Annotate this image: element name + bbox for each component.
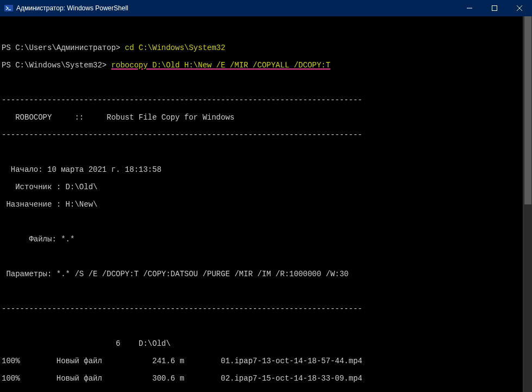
divider: ----------------------------------------… <box>2 130 530 139</box>
blank-line <box>2 78 530 87</box>
terminal-output[interactable]: PS C:\Users\Администратор> cd C:\Windows… <box>0 16 532 392</box>
prompt-line: PS C:\Windows\System32> robocopy D:\Old … <box>2 61 530 70</box>
titlebar[interactable]: Администратор: Windows PowerShell <box>0 0 532 16</box>
blank-line <box>2 148 530 157</box>
scrollbar[interactable] <box>523 16 532 392</box>
command-text: cd C:\Windows\System32 <box>125 43 226 52</box>
svg-rect-1 <box>492 6 497 11</box>
minimize-button[interactable] <box>457 0 482 16</box>
powershell-icon <box>4 4 13 13</box>
blank-line <box>2 252 530 261</box>
divider: ----------------------------------------… <box>2 304 530 313</box>
prompt-line: PS C:\Users\Администратор> cd C:\Windows… <box>2 43 530 52</box>
info-source: Источник : D:\Old\ <box>2 183 530 191</box>
info-files: Файлы: *.* <box>2 235 530 244</box>
robocopy-header: ROBOCOPY :: Robust File Copy for Windows <box>2 113 530 122</box>
divider: ----------------------------------------… <box>2 96 530 104</box>
dir-line: 6 D:\Old\ <box>2 339 530 348</box>
close-button[interactable] <box>507 0 532 16</box>
file-row: 100% Новый файл 300.6 m 02.ipap7-15-oct-… <box>2 374 530 383</box>
info-params: Параметры: *.* /S /E /DCOPY:T /COPY:DATS… <box>2 270 530 278</box>
powershell-window: Администратор: Windows PowerShell PS C:\… <box>0 0 532 392</box>
window-controls <box>457 0 532 16</box>
file-row: 100% Новый файл 241.6 m 01.ipap7-13-oct-… <box>2 357 530 365</box>
blank-line <box>2 322 530 331</box>
window-title: Администратор: Windows PowerShell <box>16 4 457 12</box>
blank-line <box>2 26 530 35</box>
scrollbar-thumb[interactable] <box>524 16 531 204</box>
blank-line <box>2 287 530 296</box>
info-start: Начало: 10 марта 2021 г. 18:13:58 <box>2 165 530 174</box>
maximize-button[interactable] <box>482 0 507 16</box>
info-dest: Назначение : H:\New\ <box>2 200 530 209</box>
command-text: robocopy D:\Old H:\New /E /MIR /COPYALL … <box>111 61 330 70</box>
blank-line <box>2 217 530 226</box>
